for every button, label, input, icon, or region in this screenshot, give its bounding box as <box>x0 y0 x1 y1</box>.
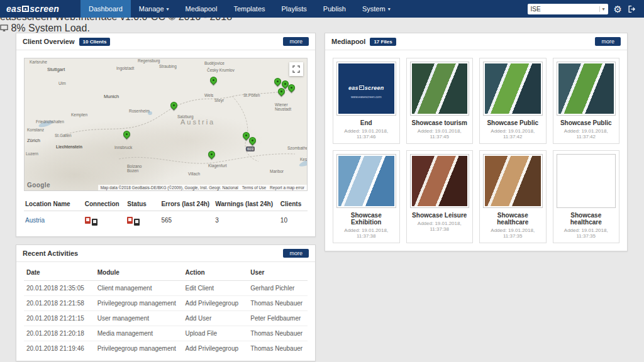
media-item[interactable]: Showcase tourism Added: 19.01.2018, 11:3… <box>406 58 474 144</box>
nav-label: System <box>362 5 386 13</box>
media-name: Showcase tourism <box>410 119 470 126</box>
recent-activities-more-button[interactable]: more <box>283 249 309 258</box>
col-header: Warnings (last 24h) <box>214 197 279 211</box>
activity-user: Thomas Neubauer <box>248 326 308 341</box>
map-attribution: Map data ©2018 GeoBasis-DE/BKG (©2009), … <box>98 185 307 190</box>
media-thumbnail <box>557 154 616 208</box>
mediapool-header: Mediapool 17 Files more <box>325 33 627 50</box>
activity-module: User management <box>95 311 183 326</box>
client-overview-more-button[interactable]: more <box>283 37 309 46</box>
map-label: Maribor <box>270 169 284 173</box>
activity-user: Thomas Neubauer <box>248 341 308 356</box>
connection-ok-icon <box>92 219 97 226</box>
map-label: Karlsruhe <box>30 60 47 64</box>
activity-date: 20.01.2018 21:35:05 <box>24 281 95 296</box>
app-logo[interactable]: easscreen <box>0 0 80 18</box>
connection-error-icon <box>85 217 91 224</box>
thumbnail-logo: easscreen www.easescreen.com <box>338 63 394 99</box>
media-name: Showcase healthcare <box>557 212 616 226</box>
map-label: St.Pölten <box>243 93 260 97</box>
media-item[interactable]: Showcase Leisure Added: 19.01.2018, 11:3… <box>406 150 474 243</box>
media-item[interactable]: easscreen www.easescreen.com End Added: … <box>333 58 400 144</box>
mediapool-more-button[interactable]: more <box>595 37 621 46</box>
map-label: Wels <box>204 93 213 97</box>
media-added: Added: 19.01.2018, 11:37:38 <box>410 221 470 233</box>
caret-down-icon: ▾ <box>167 6 169 12</box>
logout-icon[interactable] <box>628 5 636 13</box>
col-header: User <box>248 265 308 281</box>
map-label: Straubing <box>159 64 177 69</box>
media-item[interactable]: Showcase Public Added: 19.01.2018, 11:37… <box>479 58 547 144</box>
media-added: Added: 19.01.2018, 11:37:42 <box>557 128 616 140</box>
map-border-lines <box>25 58 308 190</box>
nav-dashboard[interactable]: Dashboard <box>80 0 131 18</box>
activity-action: Add User <box>183 311 248 326</box>
google-logo[interactable]: Google <box>27 182 50 189</box>
panel-title: Recent Activities <box>23 250 78 257</box>
map-label: Keszthely <box>300 157 308 162</box>
nav-system[interactable]: System▾ <box>354 0 399 18</box>
map-label: Liechtenstein <box>56 145 82 149</box>
media-name: End <box>336 119 396 126</box>
logo-text: eas <box>6 4 21 14</box>
media-item[interactable]: Showcase healthcare Added: 19.01.2018, 1… <box>479 150 547 243</box>
media-item[interactable]: Showcase healthcare Added: 19.01.2018, 1… <box>553 150 620 243</box>
col-header: Connection <box>84 197 126 211</box>
panel-title: Client Overview <box>23 38 75 45</box>
nav-manage[interactable]: Manage▾ <box>131 0 177 18</box>
client-filter-select[interactable]: ISE ▾ <box>528 4 608 14</box>
activity-date: 20.01.2018 21:20:18 <box>24 326 95 341</box>
media-name: Showcase healthcare <box>483 212 543 226</box>
map-report-link[interactable]: Report a map error <box>270 185 304 190</box>
media-added: Added: 19.01.2018, 11:37:46 <box>336 128 396 140</box>
table-row: 20.01.2018 21:21:58 Privilegegroup manag… <box>24 296 308 311</box>
map-road-badge: 603 <box>246 146 255 151</box>
media-thumbnail <box>483 62 543 116</box>
map-label: Wiener Neustadt <box>275 102 301 111</box>
map-fullscreen-button[interactable] <box>289 62 303 76</box>
map-label: Konstanz <box>27 128 44 132</box>
col-header: Location Name <box>24 197 84 211</box>
col-header: Date <box>24 265 95 281</box>
clients-map[interactable]: Karlsruhe Stuttgart Ingolstadt Regensbur… <box>24 58 308 191</box>
main-nav: Dashboard Manage▾ Mediapool Templates Pl… <box>80 0 399 18</box>
map-label: Friedrichshafen <box>36 119 64 124</box>
nav-label: Manage <box>139 5 164 13</box>
nav-publish[interactable]: Publish <box>315 0 354 18</box>
location-link[interactable]: Austria <box>25 217 45 224</box>
media-item[interactable]: Showcase Exhibition Added: 19.01.2018, 1… <box>333 150 400 243</box>
errors-count: 565 <box>160 211 214 229</box>
map-label: Ingolstadt <box>116 66 134 70</box>
nav-playlists[interactable]: Playlists <box>274 0 315 18</box>
media-grid: easscreen www.easescreen.com End Added: … <box>325 50 627 251</box>
files-count-badge: 17 Files <box>370 38 396 46</box>
nav-templates[interactable]: Templates <box>225 0 273 18</box>
map-label: Munich <box>104 94 119 99</box>
map-label: Villach <box>188 172 200 176</box>
col-header: Status <box>126 197 160 211</box>
activity-user: Peter Feldbaumer <box>248 311 308 326</box>
map-label: Szombathely <box>287 146 308 150</box>
nav-mediapool[interactable]: Mediapool <box>177 0 226 18</box>
media-name: Showcase Leisure <box>410 212 470 219</box>
caret-down-icon: ▾ <box>388 6 391 12</box>
filter-selected-value: ISE <box>531 6 541 13</box>
activity-module: Privilegegroup management <box>95 296 183 311</box>
activity-action: Upload File <box>183 326 248 341</box>
media-added: Added: 19.01.2018, 11:37:35 <box>483 228 543 239</box>
col-header: Errors (last 24h) <box>160 197 214 211</box>
map-attribution-text: Map data ©2018 GeoBasis-DE/BKG (©2009), … <box>101 185 238 190</box>
top-navbar: easscreen Dashboard Manage▾ Mediapool Te… <box>0 0 644 18</box>
table-row: Austria 565 3 10 <box>24 211 308 229</box>
map-terms-link[interactable]: Terms of Use <box>242 185 266 190</box>
media-item[interactable]: Showcase Public Added: 19.01.2018, 11:37… <box>553 58 620 144</box>
thumbnail-caption: www.easescreen.com <box>338 95 394 99</box>
warnings-count: 3 <box>214 211 279 229</box>
system-load-text: 8% System Load. <box>11 23 89 33</box>
settings-gear-icon[interactable]: ⚙ <box>614 4 622 14</box>
map-label: Stuttgart <box>47 67 65 72</box>
table-row: 20.01.2018 21:19:46 Privilegegroup manag… <box>24 341 308 356</box>
nav-label: Mediapool <box>186 5 218 13</box>
client-overview-panel: Client Overview 10 Clients more Karlsruh… <box>16 33 316 237</box>
recent-activities-panel: Recent Activities more Date Module Actio… <box>16 244 316 361</box>
